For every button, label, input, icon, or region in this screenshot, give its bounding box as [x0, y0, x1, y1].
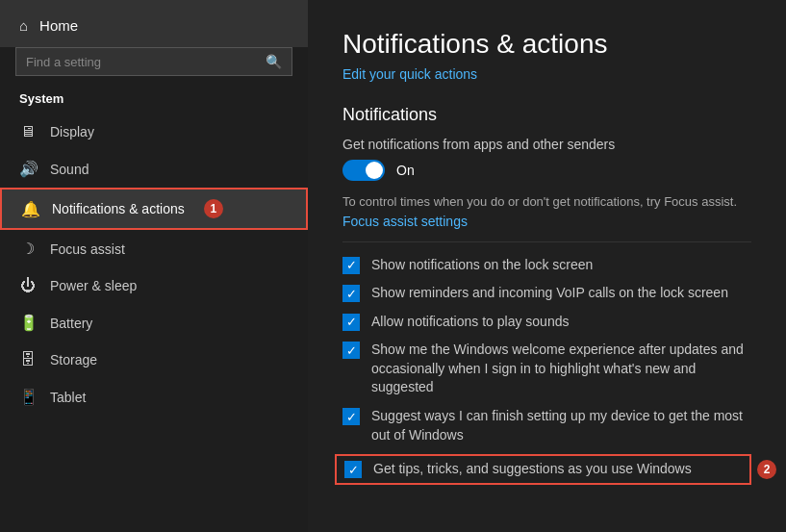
checkbox-lock-screen-input[interactable]: ✓ — [342, 257, 360, 274]
focus-assist-text: To control times when you do or don't ge… — [342, 192, 751, 232]
display-icon: 🖥 — [19, 123, 37, 140]
sidebar-home-button[interactable]: ⌂ Home — [0, 0, 308, 47]
sidebar-item-label: Notifications & actions — [52, 201, 185, 216]
checkbox-welcome-input[interactable]: ✓ — [342, 342, 360, 359]
sidebar-item-label: Focus assist — [50, 241, 125, 257]
power-icon: ⏻ — [19, 277, 37, 294]
checkbox-voip-input[interactable]: ✓ — [342, 285, 360, 302]
sidebar: ⌂ Home 🔍 System 🖥 Display 🔊 Sound 🔔 Noti… — [0, 0, 308, 532]
focus-icon: ☽ — [19, 240, 37, 258]
sidebar-item-label: Display — [50, 124, 94, 139]
checkbox-sounds: ✓ Allow notifications to play sounds — [342, 313, 751, 332]
focus-assist-link[interactable]: Focus assist settings — [342, 212, 468, 232]
sidebar-item-notifications[interactable]: 🔔 Notifications & actions 1 — [0, 188, 308, 230]
home-label: Home — [39, 17, 78, 34]
checkbox-suggest: ✓ Suggest ways I can finish setting up m… — [342, 407, 751, 444]
home-icon: ⌂ — [19, 17, 28, 34]
battery-icon: 🔋 — [19, 314, 37, 332]
notifications-badge: 1 — [204, 199, 223, 218]
notifications-toggle-row: On — [342, 160, 751, 181]
quick-actions-link[interactable]: Edit your quick actions — [342, 66, 477, 82]
sidebar-item-display[interactable]: 🖥 Display — [0, 114, 308, 150]
sidebar-item-battery[interactable]: 🔋 Battery — [0, 304, 308, 342]
search-icon: 🔍 — [266, 54, 282, 69]
notifications-icon: 🔔 — [21, 200, 38, 218]
checkbox-voip-label: Show reminders and incoming VoIP calls o… — [371, 284, 728, 303]
sidebar-item-power[interactable]: ⏻ Power & sleep — [0, 267, 308, 304]
sidebar-item-label: Sound — [50, 162, 89, 177]
sound-icon: 🔊 — [19, 160, 37, 178]
checkbox-tips-label: Get tips, tricks, and suggestions as you… — [373, 460, 692, 479]
divider — [342, 241, 751, 242]
checkbox-suggest-input[interactable]: ✓ — [342, 408, 360, 425]
toggle-on-label: On — [396, 163, 415, 178]
checkbox-tips: ✓ Get tips, tricks, and suggestions as y… — [335, 454, 751, 485]
sidebar-item-focus[interactable]: ☽ Focus assist — [0, 230, 308, 267]
checkbox-suggest-label: Suggest ways I can finish setting up my … — [371, 407, 751, 444]
tips-badge: 2 — [757, 460, 776, 479]
checkbox-voip: ✓ Show reminders and incoming VoIP calls… — [342, 284, 751, 303]
storage-icon: 🗄 — [19, 351, 37, 368]
checkbox-lock-screen-label: Show notifications on the lock screen — [371, 256, 593, 275]
sidebar-item-label: Battery — [50, 316, 92, 331]
sidebar-item-storage[interactable]: 🗄 Storage — [0, 342, 308, 378]
sidebar-item-label: Tablet — [50, 390, 86, 405]
sidebar-item-tablet[interactable]: 📱 Tablet — [0, 378, 308, 416]
checkbox-sounds-label: Allow notifications to play sounds — [371, 313, 569, 332]
checkbox-tips-input[interactable]: ✓ — [344, 461, 362, 478]
notifications-from-label: Get notifications from apps and other se… — [342, 137, 751, 152]
checkbox-welcome-label: Show me the Windows welcome experience a… — [371, 341, 751, 397]
main-content: Notifications & actions Edit your quick … — [308, 0, 786, 532]
checkbox-welcome: ✓ Show me the Windows welcome experience… — [342, 341, 751, 397]
search-box[interactable]: 🔍 — [15, 47, 292, 76]
sidebar-item-sound[interactable]: 🔊 Sound — [0, 150, 308, 188]
sidebar-item-label: Power & sleep — [50, 278, 137, 293]
search-input[interactable] — [26, 55, 258, 69]
tablet-icon: 📱 — [19, 388, 37, 406]
page-title: Notifications & actions — [342, 29, 751, 60]
checkbox-sounds-input[interactable]: ✓ — [342, 314, 360, 331]
sidebar-section-label: System — [0, 86, 308, 114]
notifications-heading: Notifications — [342, 105, 751, 125]
checkbox-lock-screen: ✓ Show notifications on the lock screen — [342, 256, 751, 275]
sidebar-item-label: Storage — [50, 352, 97, 367]
notifications-toggle[interactable] — [342, 160, 385, 181]
